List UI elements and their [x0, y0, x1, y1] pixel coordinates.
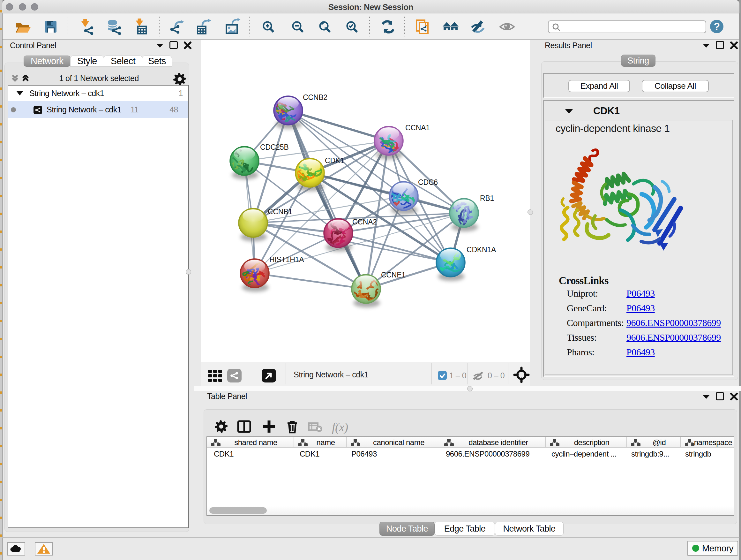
svg-text:CDC6: CDC6	[418, 178, 438, 186]
svg-text:CDKN1A: CDKN1A	[467, 246, 496, 254]
svg-text:CCNA2: CCNA2	[352, 218, 377, 226]
svg-text:CDC25B: CDC25B	[260, 143, 289, 151]
svg-text:CCNA1: CCNA1	[405, 124, 430, 132]
svg-text:CDK1: CDK1	[325, 157, 344, 165]
svg-text:HIST1H1A: HIST1H1A	[269, 255, 304, 264]
svg-text:RB1: RB1	[480, 194, 494, 202]
svg-text:CCNB1: CCNB1	[268, 207, 292, 216]
svg-text:CCNE1: CCNE1	[381, 271, 406, 279]
svg-text:CCNB2: CCNB2	[303, 93, 327, 102]
